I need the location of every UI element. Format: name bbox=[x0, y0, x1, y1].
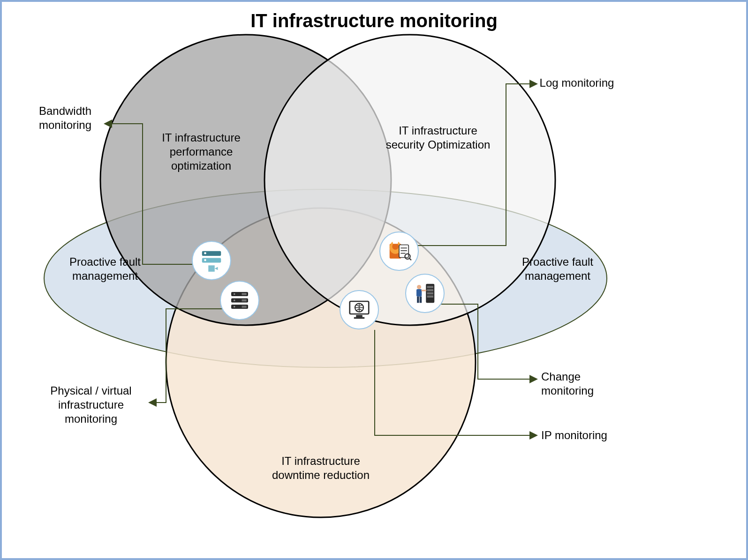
svg-rect-22 bbox=[354, 317, 365, 319]
label-proactive-left: Proactive fault management bbox=[58, 255, 152, 283]
callout-log: Log monitoring bbox=[539, 76, 614, 90]
globe-monitor-icon bbox=[340, 290, 379, 329]
svg-line-19 bbox=[410, 259, 411, 260]
server-network-icon bbox=[192, 241, 231, 280]
svg-rect-32 bbox=[420, 297, 422, 303]
label-security: IT infrastructure security Optimization bbox=[379, 124, 497, 152]
diagram-frame: IT infrastructure monitoring bbox=[0, 0, 748, 560]
svg-rect-28 bbox=[427, 296, 434, 298]
svg-rect-10 bbox=[242, 293, 247, 295]
svg-point-29 bbox=[417, 285, 421, 289]
label-proactive-right: Proactive fault management bbox=[511, 255, 604, 283]
firewall-log-icon bbox=[379, 231, 419, 271]
svg-rect-30 bbox=[416, 289, 422, 297]
svg-rect-11 bbox=[242, 299, 247, 302]
svg-point-9 bbox=[234, 306, 235, 308]
svg-point-2 bbox=[204, 252, 206, 254]
svg-rect-12 bbox=[242, 306, 247, 308]
svg-rect-21 bbox=[356, 315, 363, 317]
svg-point-3 bbox=[204, 259, 206, 261]
svg-rect-14 bbox=[399, 245, 408, 258]
label-performance: IT infrastructure performance optimizati… bbox=[143, 131, 260, 173]
svg-rect-33 bbox=[421, 290, 426, 291]
svg-point-7 bbox=[234, 293, 235, 295]
callout-bandwidth: Bandwidth monitoring bbox=[28, 104, 103, 132]
callout-ip: IP monitoring bbox=[541, 428, 644, 442]
svg-rect-27 bbox=[427, 292, 434, 295]
label-downtime: IT infrastructure downtime reduction bbox=[262, 454, 379, 482]
svg-point-8 bbox=[234, 299, 235, 301]
callout-change: Change monitoring bbox=[541, 370, 635, 398]
server-stack-icon bbox=[220, 281, 259, 320]
admin-rack-icon bbox=[405, 274, 445, 313]
svg-rect-31 bbox=[417, 297, 419, 303]
svg-rect-25 bbox=[427, 286, 434, 288]
svg-rect-26 bbox=[427, 289, 434, 291]
callout-physical: Physical / virtual infrastructure monito… bbox=[35, 384, 147, 426]
